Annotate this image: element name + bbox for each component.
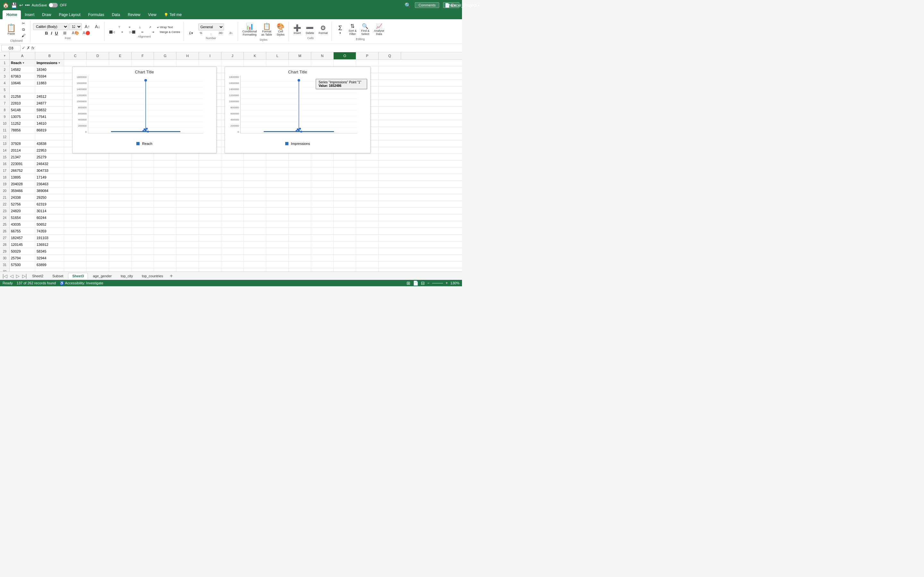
cell[interactable] bbox=[289, 208, 311, 214]
cell[interactable] bbox=[334, 167, 356, 174]
cell[interactable] bbox=[87, 167, 109, 174]
sheet-tab-sheet3[interactable]: Sheet3 bbox=[68, 273, 88, 279]
cell[interactable] bbox=[356, 174, 379, 181]
cell[interactable] bbox=[311, 181, 334, 187]
cell[interactable] bbox=[10, 87, 35, 93]
align-center-button[interactable]: ≡ bbox=[118, 30, 127, 34]
cell[interactable] bbox=[154, 154, 176, 160]
cell[interactable] bbox=[199, 221, 221, 227]
cell[interactable] bbox=[132, 187, 154, 194]
cell[interactable] bbox=[87, 208, 109, 214]
cell[interactable]: 50652 bbox=[35, 221, 64, 227]
cell[interactable] bbox=[64, 201, 87, 207]
cell[interactable] bbox=[199, 60, 221, 66]
analyse-data-button[interactable]: 📈 AnalyseData bbox=[372, 23, 386, 37]
col-header-d[interactable]: D bbox=[87, 52, 109, 59]
cell[interactable] bbox=[266, 248, 289, 255]
cell[interactable]: 24820 bbox=[10, 208, 35, 214]
col-header-b[interactable]: B bbox=[35, 52, 64, 59]
cell[interactable] bbox=[356, 161, 379, 167]
cell[interactable] bbox=[199, 228, 221, 234]
cell[interactable] bbox=[289, 181, 311, 187]
cell[interactable] bbox=[132, 242, 154, 248]
cell[interactable] bbox=[176, 261, 199, 268]
cell[interactable] bbox=[356, 248, 379, 255]
cell[interactable]: 14582 bbox=[10, 66, 35, 73]
cell[interactable] bbox=[199, 235, 221, 241]
cell[interactable]: 359466 bbox=[10, 187, 35, 194]
cell[interactable] bbox=[356, 167, 379, 174]
cell[interactable] bbox=[221, 187, 244, 194]
cell[interactable] bbox=[289, 261, 311, 268]
font-grow-button[interactable]: A↑ bbox=[82, 23, 92, 30]
search-icon[interactable]: 🔍 bbox=[405, 2, 411, 8]
col-header-a[interactable]: A bbox=[10, 52, 35, 59]
cell[interactable]: 67063 bbox=[10, 73, 35, 79]
cell[interactable] bbox=[176, 154, 199, 160]
cell[interactable] bbox=[289, 214, 311, 221]
filter-arrow-impressions[interactable]: ▼ bbox=[58, 61, 61, 64]
comma-button[interactable]: , bbox=[206, 31, 216, 35]
cell[interactable]: 236463 bbox=[35, 181, 64, 187]
row-number[interactable]: 19 bbox=[0, 181, 10, 187]
cell[interactable] bbox=[109, 228, 132, 234]
comments-button[interactable]: Comments bbox=[415, 2, 439, 8]
row-number[interactable]: 8 bbox=[0, 107, 10, 113]
cell[interactable] bbox=[356, 208, 379, 214]
cell[interactable] bbox=[289, 60, 311, 66]
filter-arrow-reach[interactable]: ▼ bbox=[22, 61, 25, 64]
cell[interactable] bbox=[109, 248, 132, 255]
cell[interactable] bbox=[64, 235, 87, 241]
chart-reach[interactable]: Chart Title 0 200000 400000 600000 80000… bbox=[72, 67, 216, 153]
cell[interactable] bbox=[109, 167, 132, 174]
cell[interactable]: 389084 bbox=[35, 187, 64, 194]
cell[interactable] bbox=[176, 228, 199, 234]
cell[interactable] bbox=[334, 235, 356, 241]
cell[interactable]: 136912 bbox=[35, 242, 64, 248]
cell[interactable] bbox=[154, 181, 176, 187]
cell[interactable] bbox=[87, 194, 109, 201]
cell[interactable] bbox=[221, 161, 244, 167]
cell[interactable] bbox=[132, 235, 154, 241]
cell[interactable] bbox=[87, 221, 109, 227]
cell[interactable]: 62319 bbox=[35, 201, 64, 207]
cell[interactable] bbox=[221, 268, 244, 271]
col-header-h[interactable]: H bbox=[176, 52, 199, 59]
row-number[interactable]: 27 bbox=[0, 235, 10, 241]
cell[interactable] bbox=[311, 214, 334, 221]
cell[interactable] bbox=[64, 228, 87, 234]
cell[interactable] bbox=[266, 181, 289, 187]
cell[interactable] bbox=[356, 235, 379, 241]
cell[interactable] bbox=[244, 235, 266, 241]
cell[interactable] bbox=[334, 208, 356, 214]
cell[interactable]: 51654 bbox=[10, 214, 35, 221]
cell[interactable] bbox=[64, 60, 87, 66]
cell[interactable] bbox=[334, 194, 356, 201]
sheet-tab-top-city[interactable]: top_city bbox=[116, 273, 137, 279]
align-right-button[interactable]: ▷⬛ bbox=[128, 30, 137, 34]
autosave-toggle[interactable] bbox=[49, 3, 58, 7]
cell[interactable] bbox=[311, 221, 334, 227]
cell[interactable] bbox=[244, 248, 266, 255]
cell[interactable] bbox=[132, 194, 154, 201]
col-header-i[interactable]: I bbox=[199, 52, 221, 59]
cell[interactable]: 52756 bbox=[10, 201, 35, 207]
cell[interactable] bbox=[221, 248, 244, 255]
cell[interactable] bbox=[244, 161, 266, 167]
cell[interactable] bbox=[311, 261, 334, 268]
row-number[interactable]: 9 bbox=[0, 113, 10, 120]
cell[interactable] bbox=[289, 255, 311, 261]
increase-indent-button[interactable]: ⇥ bbox=[148, 30, 158, 34]
tab-draw[interactable]: Draw bbox=[38, 10, 55, 19]
cell[interactable] bbox=[221, 194, 244, 201]
format-as-table-button[interactable]: 📋 Formatas Table bbox=[260, 22, 274, 37]
cell-reference-box[interactable]: O3 bbox=[1, 45, 21, 51]
cell[interactable] bbox=[266, 268, 289, 271]
cell[interactable] bbox=[356, 181, 379, 187]
cell[interactable] bbox=[87, 235, 109, 241]
cell[interactable] bbox=[35, 134, 64, 140]
cell[interactable] bbox=[109, 187, 132, 194]
sheet-tab-top-countries[interactable]: top_countries bbox=[137, 273, 167, 279]
undo-icon[interactable]: ↩ bbox=[19, 3, 23, 8]
page-layout-icon[interactable]: 📄 bbox=[413, 280, 418, 285]
